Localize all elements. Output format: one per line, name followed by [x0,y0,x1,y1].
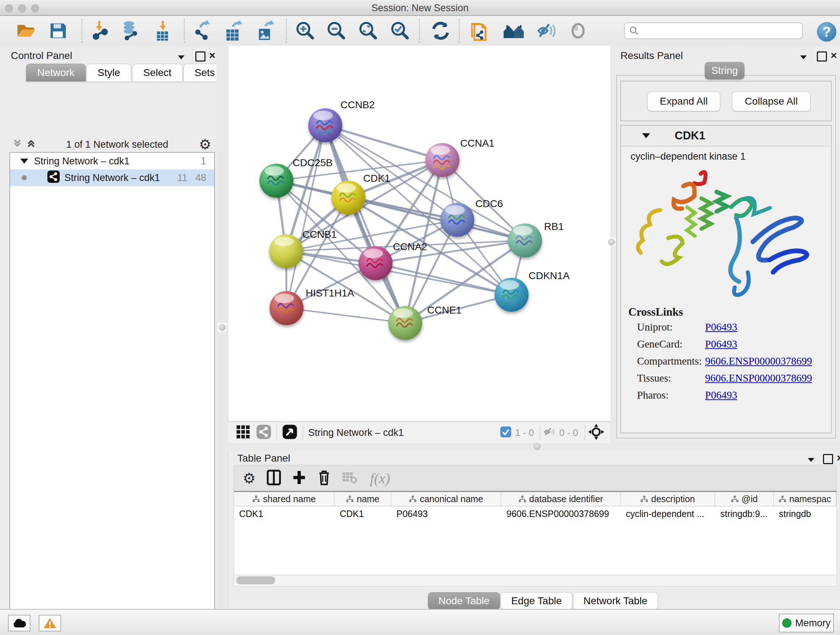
table-cell[interactable]: stringdb [774,507,836,521]
left-splitter[interactable] [216,46,228,608]
node-table[interactable]: shared namenamecanonical namedatabase id… [234,491,837,575]
tab-select[interactable]: Select [132,64,183,81]
export-network-icon[interactable] [189,19,213,42]
tab-network-table[interactable]: Network Table [573,592,658,610]
close-panel-icon[interactable]: × [837,452,840,464]
table-cell[interactable]: stringdb:9... [715,507,774,521]
network-collection-row[interactable]: String Network – cdk1 1 [10,153,214,169]
table-cell[interactable]: cyclin-dependent ... [621,507,715,521]
network-view-share-icon[interactable] [256,424,271,441]
delete-column-icon[interactable] [317,470,331,487]
node-cdkn1a[interactable]: CDKN1A [494,270,570,312]
float-panel-icon[interactable] [178,51,185,62]
delete-table-icon[interactable] [342,471,358,486]
memory-button[interactable]: Memory [779,614,834,632]
expand-all-button[interactable]: Expand All [647,92,720,111]
tab-node-table[interactable]: Node Table [428,592,500,610]
save-session-icon[interactable] [46,19,69,42]
column-header-description[interactable]: description [621,492,715,506]
expand-all-icon[interactable] [27,139,35,150]
node-ccna1[interactable]: CCNA1 [425,138,494,177]
maximize-panel-icon[interactable] [195,51,205,62]
zoom-fit-icon[interactable] [357,19,380,42]
table-row[interactable]: CDK1CDK1P064939606.ENSP00000378699cyclin… [234,507,836,521]
cdk1-section-header[interactable]: CDK1 [621,126,831,147]
search-field[interactable] [624,22,803,39]
crosslink-link[interactable]: P06493 [705,321,737,333]
table-cell[interactable]: 9606.ENSP00000378699 [501,507,621,521]
node-label-cdkn1a: CDKN1A [529,270,570,281]
table-cell[interactable]: CDK1 [335,507,392,521]
table-cell[interactable]: CDK1 [234,507,335,521]
column-header-shared-name[interactable]: shared name [234,492,335,506]
table-horizontal-scrollbar[interactable] [234,575,837,586]
detach-view-icon[interactable] [282,424,297,441]
import-network-from-database-icon[interactable] [118,19,142,42]
import-network-icon[interactable] [88,19,111,42]
maximize-panel-icon[interactable] [823,454,833,464]
node-cdk1[interactable]: CDK1 [332,173,390,215]
float-panel-icon[interactable] [808,454,814,464]
collapse-all-icon[interactable] [13,139,22,150]
edge-CCNE1-HIST1H1A[interactable] [286,308,405,323]
birdseye-navigator-icon[interactable] [588,424,604,441]
network-canvas[interactable]: CCNB2CCNA1CDC25BCDK1CDC6RB1CCNB1CCNA2HIS… [228,46,610,421]
export-table-icon[interactable] [221,19,245,42]
eye-icon[interactable] [567,19,590,42]
close-panel-icon[interactable]: × [831,49,837,62]
collapse-all-button[interactable]: Collapse All [732,92,811,111]
show-columns-icon[interactable] [267,470,281,487]
warnings-button[interactable] [39,615,61,631]
tab-network[interactable]: Network [26,64,86,81]
string-network-graph[interactable]: CCNB2CCNA1CDC25BCDK1CDC6RB1CCNB1CCNA2HIS… [228,46,610,421]
zoom-out-icon[interactable] [325,19,348,42]
section-expander-icon[interactable] [642,133,650,138]
network-options-gear-icon[interactable]: ⚙ [199,136,211,152]
refresh-network-icon[interactable] [429,19,452,42]
open-session-icon[interactable] [14,19,38,42]
string-home-icon[interactable] [502,19,525,42]
help-button[interactable]: ? [817,22,836,42]
crosslink-link[interactable]: 9606.ENSP00000378699 [705,372,812,384]
column-header-name[interactable]: name [335,492,392,506]
node-count: 11 [177,172,187,184]
column-header-canonical-name[interactable]: canonical name [392,492,501,506]
clone-network-icon[interactable] [468,19,491,42]
tab-style[interactable]: Style [87,64,131,81]
import-table-icon[interactable] [151,19,174,42]
close-panel-icon[interactable]: × [209,49,216,62]
search-input[interactable] [643,25,798,36]
maximize-panel-icon[interactable] [817,51,827,62]
crosslink-link[interactable]: P06493 [705,338,737,350]
node-rb1[interactable]: RB1 [508,221,564,257]
node-hist1h1a[interactable]: HIST1H1A [270,287,354,325]
float-panel-icon[interactable] [800,51,807,62]
function-builder-icon[interactable]: f(x) [370,470,390,487]
edge-CCNA2-CDKN1A[interactable] [376,263,512,295]
show-hide-glasses-icon[interactable] [535,19,558,42]
column-header-database-identifier[interactable]: database identifier [501,492,621,506]
crosslink-link[interactable]: P06493 [705,389,737,401]
cloud-button[interactable] [8,615,30,631]
edge-CCNB2-CCNA1[interactable] [325,125,442,160]
add-column-icon[interactable] [292,470,306,487]
right-splitter-handle[interactable] [607,238,616,246]
tab-edge-table[interactable]: Edge Table [501,592,572,610]
zoom-selected-icon[interactable] [388,19,412,42]
table-cell[interactable]: P06493 [392,507,501,521]
table-settings-gear-icon[interactable]: ⚙ [243,470,256,486]
grid-view-icon[interactable] [236,424,250,440]
network-row[interactable]: String Network – cdk1 11 48 [10,169,214,186]
scrollbar-thumb[interactable] [236,576,275,584]
crosslinks-list: Uniprot:P06493GeneCard:P06493Compartment… [621,318,831,404]
crosslink-link[interactable]: 9606.ENSP00000378699 [705,355,812,367]
node-ccnb2[interactable]: CCNB2 [308,99,375,142]
results-tab-string[interactable]: String [705,62,745,79]
collection-expander-icon[interactable] [20,158,28,164]
zoom-in-icon[interactable] [294,19,317,42]
horizontal-splitter[interactable] [228,442,840,450]
export-image-icon[interactable] [253,19,276,42]
table-header-row: shared namenamecanonical namedatabase id… [234,492,836,507]
column-header-namespac[interactable]: namespac [774,492,836,506]
column-header--id[interactable]: @id [715,492,774,506]
